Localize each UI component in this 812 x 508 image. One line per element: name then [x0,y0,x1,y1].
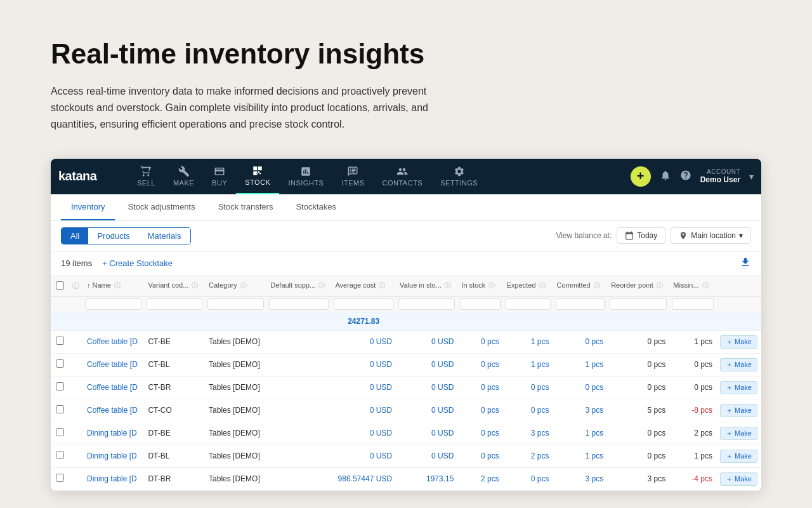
row-in-stock-5[interactable]: 0 pcs [481,451,499,460]
row-avg-cost-4[interactable]: 0 USD [370,429,392,438]
nav-item-buy[interactable]: BUY [203,159,236,194]
row-name-6[interactable]: Dining table [D [87,474,137,483]
row-in-stock-0[interactable]: 0 pcs [481,337,499,346]
row-avg-cost-5[interactable]: 0 USD [370,451,392,460]
make-button-3[interactable]: ＋ Make [720,404,757,417]
row-in-stock-6[interactable]: 2 pcs [481,474,499,483]
row-value-1[interactable]: 0 USD [431,360,454,369]
row-avg-cost-6[interactable]: 986.57447 USD [338,474,392,483]
filter-reorder[interactable] [610,298,667,310]
row-committed-4[interactable]: 1 pcs [585,429,603,438]
row-name-1[interactable]: Coffee table [D [87,360,138,369]
row-in-stock-3[interactable]: 0 pcs [481,406,499,415]
location-button[interactable]: Main location ▾ [671,227,751,244]
nav-item-insights[interactable]: INSIGHTS [279,159,332,194]
filter-missing[interactable] [672,298,714,310]
nav-item-stock[interactable]: STOCK [236,159,279,194]
row-expected-3[interactable]: 0 pcs [531,406,549,415]
row-checkbox-0[interactable] [56,337,64,345]
select-all-checkbox[interactable] [56,281,64,290]
row-committed-0[interactable]: 0 pcs [585,337,603,346]
filter-tab-products[interactable]: Products [88,228,138,244]
account-info[interactable]: Account Demo User [700,168,740,184]
account-chevron-icon[interactable]: ▾ [749,171,754,182]
filter-expected[interactable] [506,298,551,310]
row-committed-3[interactable]: 3 pcs [585,406,603,415]
tab-stocktakes[interactable]: Stocktakes [285,194,346,220]
row-name-0[interactable]: Coffee table [D [87,337,138,346]
row-value-6[interactable]: 1973.15 [426,474,454,483]
row-avg-cost-0[interactable]: 0 USD [370,337,392,346]
row-expected-1[interactable]: 1 pcs [531,360,549,369]
row-committed-6[interactable]: 3 pcs [585,474,603,483]
nav-item-make[interactable]: MAKE [164,159,203,194]
row-expected-4[interactable]: 3 pcs [531,429,549,438]
notifications-icon[interactable] [660,170,671,184]
row-expected-5[interactable]: 2 pcs [531,451,549,460]
row-variant-4: DT-BE [144,422,205,444]
filter-tab-materials[interactable]: Materials [139,228,190,244]
filter-in-stock[interactable] [460,298,500,310]
row-committed-1[interactable]: 1 pcs [585,360,603,369]
row-expected-0[interactable]: 1 pcs [531,337,549,346]
row-in-stock-4[interactable]: 0 pcs [481,429,499,438]
row-value-2[interactable]: 0 USD [431,383,454,392]
items-count: 19 items [61,258,92,268]
th-variant-code: Variant cod... ⓘ [144,276,205,297]
row-checkbox-3[interactable] [56,405,64,413]
filter-tab-all[interactable]: All [62,228,88,244]
tab-stock-transfers[interactable]: Stock transfers [208,194,284,220]
row-value-0[interactable]: 0 USD [431,337,454,346]
hero-section: Real-time inventory insights Access real… [0,0,520,159]
row-checkbox-2[interactable] [56,382,64,391]
nav-item-contacts[interactable]: CONTACTS [374,159,432,194]
row-committed-2[interactable]: 0 pcs [585,383,603,392]
row-name-4[interactable]: Dining table [D [87,429,137,438]
row-name-5[interactable]: Dining table [D [87,451,137,460]
row-checkbox-1[interactable] [56,359,64,368]
row-avg-cost-1[interactable]: 0 USD [370,360,392,369]
make-button-5[interactable]: ＋ Make [720,450,757,463]
nav-item-sell[interactable]: SELL [128,159,164,194]
row-checkbox-4[interactable] [56,428,64,436]
nav-label-stock: STOCK [245,178,270,186]
filter-category[interactable] [207,298,264,310]
filter-name[interactable] [86,298,141,310]
row-value-3[interactable]: 0 USD [431,406,454,415]
row-checkbox-5[interactable] [56,451,64,459]
nav-item-settings[interactable]: SETTINGS [431,159,487,194]
row-committed-5[interactable]: 1 pcs [585,451,603,460]
row-expected-6[interactable]: 0 pcs [531,474,549,483]
row-supplier-2 [266,376,331,399]
add-button[interactable]: + [631,166,651,187]
nav-item-items[interactable]: ITEMS [332,159,373,194]
help-icon[interactable] [680,170,691,184]
filter-variant[interactable] [147,298,202,310]
export-button[interactable] [740,257,751,271]
row-expected-2[interactable]: 0 pcs [531,383,549,392]
filter-supplier[interactable] [269,298,329,310]
row-name-2[interactable]: Coffee table [D [87,383,138,392]
row-value-4[interactable]: 0 USD [431,429,454,438]
row-in-stock-1[interactable]: 0 pcs [481,360,499,369]
inventory-table: ⓘ ↑ Name ⓘ Variant cod... ⓘ Category ⓘ D… [51,276,761,491]
row-name-3[interactable]: Coffee table [D [87,406,138,415]
row-checkbox-6[interactable] [56,474,64,482]
row-avg-cost-2[interactable]: 0 USD [370,383,392,392]
make-button-1[interactable]: ＋ Make [720,358,757,371]
make-button-0[interactable]: ＋ Make [720,335,757,349]
row-in-stock-2[interactable]: 0 pcs [481,383,499,392]
make-button-2[interactable]: ＋ Make [720,381,757,394]
filter-value[interactable] [398,298,455,310]
tab-inventory[interactable]: Inventory [61,194,115,220]
row-avg-cost-3[interactable]: 0 USD [370,406,392,415]
tab-stock-adjustments[interactable]: Stock adjustments [117,194,205,220]
make-button-6[interactable]: ＋ Make [720,472,757,486]
make-button-4[interactable]: ＋ Make [720,427,757,440]
create-stocktake-button[interactable]: + Create Stocktake [102,258,173,268]
th-value-in-stock: Value in sto... ⓘ [396,276,457,297]
row-value-5[interactable]: 0 USD [431,451,454,460]
filter-committed[interactable] [556,298,605,310]
filter-avg-cost[interactable] [334,298,393,310]
today-button[interactable]: Today [617,227,665,244]
